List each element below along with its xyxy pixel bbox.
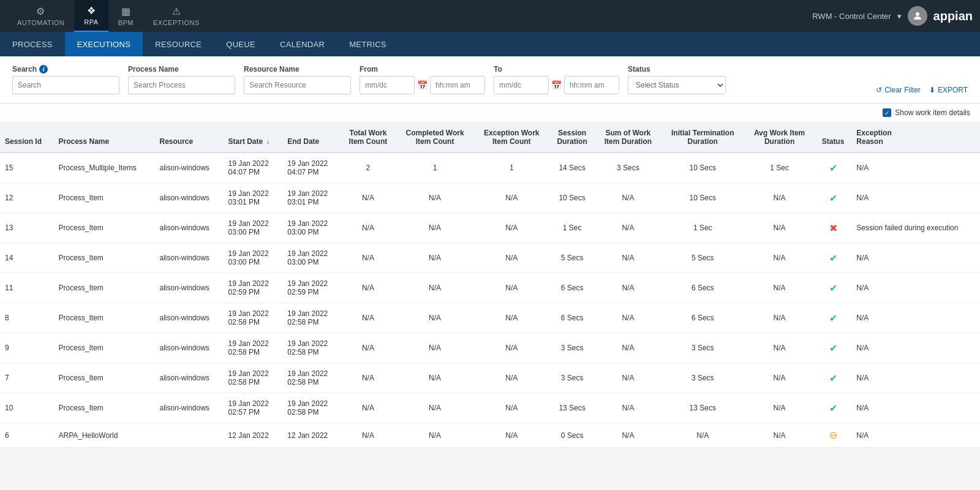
cell-exception-work-item-count: N/A xyxy=(474,333,549,363)
cell-status: ✔ xyxy=(815,393,852,423)
cell-status: ✔ xyxy=(815,363,852,393)
second-nav-item-queue[interactable]: QUEUE xyxy=(214,32,268,56)
cell-exception-work-item-count: N/A xyxy=(474,243,549,273)
cell-status: ⊖ xyxy=(815,423,852,448)
cell-exception-reason: N/A xyxy=(851,273,980,303)
cell-end-date: 19 Jan 202202:59 PM xyxy=(282,273,340,303)
col-header-resource: Resource xyxy=(154,123,223,153)
cell-sum-of-work-item-duration: N/A xyxy=(595,423,661,448)
cell-process-name: Process_Multiple_Items xyxy=(53,153,154,183)
cell-status: ✖ xyxy=(815,213,852,243)
cell-status: ✔ xyxy=(815,303,852,333)
nav-item-bpm[interactable]: ▦ BPM xyxy=(108,0,143,32)
cell-avg-work-item-duration: N/A xyxy=(744,213,814,243)
cell-session-id: 10 xyxy=(0,393,53,423)
cell-session-id: 15 xyxy=(0,153,53,183)
to-time-input[interactable] xyxy=(564,76,619,94)
cell-total-work-item-count: N/A xyxy=(341,213,396,243)
nav-exceptions-label: EXCEPTIONS xyxy=(153,19,200,26)
cell-avg-work-item-duration: 1 Sec xyxy=(744,153,814,183)
dropdown-icon[interactable]: ▾ xyxy=(897,12,902,21)
cell-start-date: 19 Jan 202202:57 PM xyxy=(224,393,283,423)
cell-total-work-item-count: N/A xyxy=(341,393,396,423)
cell-status: ✔ xyxy=(815,153,852,183)
from-filter-group: From 📅 xyxy=(360,65,485,94)
cell-exception-work-item-count: N/A xyxy=(474,183,549,213)
cell-sum-of-work-item-duration: 3 Secs xyxy=(595,153,661,183)
search-input[interactable] xyxy=(12,76,119,94)
process-name-input[interactable] xyxy=(128,76,235,94)
cell-end-date: 19 Jan 202202:58 PM xyxy=(282,333,340,363)
cell-session-duration: 5 Secs xyxy=(549,243,595,273)
second-nav-item-metrics[interactable]: METRICS xyxy=(337,32,399,56)
table-area: ✓ Show work item details Session Id Proc… xyxy=(0,104,980,448)
col-header-total-work-item-count: Total WorkItem Count xyxy=(341,123,396,153)
cell-initial-termination-duration: 3 Secs xyxy=(661,333,744,363)
cell-completed-work-item-count: N/A xyxy=(396,363,474,393)
search-filter-group: Search i xyxy=(12,65,119,94)
cell-sum-of-work-item-duration: N/A xyxy=(595,363,661,393)
cell-session-id: 13 xyxy=(0,213,53,243)
cell-session-id: 7 xyxy=(0,363,53,393)
second-nav-item-process[interactable]: PROCESS xyxy=(0,32,65,56)
table-row: 12 Process_Item alison-windows 19 Jan 20… xyxy=(0,183,980,213)
cell-exception-reason: N/A xyxy=(851,183,980,213)
cell-exception-work-item-count: N/A xyxy=(474,363,549,393)
cell-initial-termination-duration: 3 Secs xyxy=(661,363,744,393)
status-ok-icon: ✔ xyxy=(829,193,837,203)
col-header-end-date: End Date xyxy=(282,123,340,153)
status-select[interactable]: Select Status Success Failed Running xyxy=(628,76,726,94)
table-row: 13 Process_Item alison-windows 19 Jan 20… xyxy=(0,213,980,243)
export-button[interactable]: ⬇ EXPORT xyxy=(929,86,968,94)
cell-avg-work-item-duration: N/A xyxy=(744,363,814,393)
second-nav-item-executions[interactable]: EXECUTIONS xyxy=(65,32,143,56)
cell-session-duration: 13 Secs xyxy=(549,393,595,423)
from-date-input[interactable] xyxy=(360,76,415,94)
cell-initial-termination-duration: 6 Secs xyxy=(661,273,744,303)
filter-bar: Search i Process Name Resource Name From… xyxy=(0,56,980,104)
top-nav-right: RWM - Control Center ▾ appian xyxy=(812,6,973,26)
export-icon: ⬇ xyxy=(929,86,935,94)
cell-exception-reason: N/A xyxy=(851,333,980,363)
table-row: 8 Process_Item alison-windows 19 Jan 202… xyxy=(0,303,980,333)
cell-initial-termination-duration: 6 Secs xyxy=(661,303,744,333)
table-row: 7 Process_Item alison-windows 19 Jan 202… xyxy=(0,363,980,393)
user-avatar[interactable] xyxy=(908,6,927,26)
cell-session-duration: 6 Secs xyxy=(549,273,595,303)
cell-exception-work-item-count: 1 xyxy=(474,153,549,183)
cell-sum-of-work-item-duration: N/A xyxy=(595,303,661,333)
show-work-item-details[interactable]: ✓ Show work item details xyxy=(883,108,970,117)
to-date-calendar-icon[interactable]: 📅 xyxy=(551,80,562,90)
second-nav: PROCESS EXECUTIONS RESOURCE QUEUE CALEND… xyxy=(0,32,980,56)
cell-exception-work-item-count: N/A xyxy=(474,423,549,448)
cell-resource: alison-windows xyxy=(154,303,223,333)
app-title[interactable]: RWM - Control Center xyxy=(812,12,891,21)
from-time-input[interactable] xyxy=(430,76,485,94)
cell-avg-work-item-duration: N/A xyxy=(744,273,814,303)
cell-process-name: ARPA_HelloWorld xyxy=(53,423,154,448)
cell-session-id: 9 xyxy=(0,333,53,363)
cell-status: ✔ xyxy=(815,183,852,213)
second-nav-item-calendar[interactable]: CALENDAR xyxy=(268,32,337,56)
nav-item-rpa[interactable]: ❖ RPA xyxy=(74,0,108,32)
cell-sum-of-work-item-duration: N/A xyxy=(595,393,661,423)
cell-initial-termination-duration: 10 Secs xyxy=(661,153,744,183)
nav-item-exceptions[interactable]: ⚠ EXCEPTIONS xyxy=(143,0,209,32)
cell-completed-work-item-count: 1 xyxy=(396,153,474,183)
cell-start-date: 19 Jan 202202:59 PM xyxy=(224,273,283,303)
nav-item-automation[interactable]: ⚙ AUTOMATION xyxy=(7,0,74,32)
cell-total-work-item-count: N/A xyxy=(341,273,396,303)
to-date-input[interactable] xyxy=(494,76,549,94)
cell-initial-termination-duration: 1 Sec xyxy=(661,213,744,243)
resource-name-input[interactable] xyxy=(244,76,351,94)
resource-name-label: Resource Name xyxy=(244,65,300,74)
cell-session-id: 14 xyxy=(0,243,53,273)
second-nav-item-resource[interactable]: RESOURCE xyxy=(143,32,214,56)
cell-resource xyxy=(154,423,223,448)
cell-resource: alison-windows xyxy=(154,183,223,213)
col-header-start-date[interactable]: Start Date ↓ xyxy=(224,123,283,153)
from-date-calendar-icon[interactable]: 📅 xyxy=(417,80,428,90)
nav-bpm-label: BPM xyxy=(118,19,134,26)
clear-filter-button[interactable]: ↺ Clear Filter xyxy=(876,86,921,94)
show-work-item-checkbox[interactable]: ✓ xyxy=(883,108,891,117)
